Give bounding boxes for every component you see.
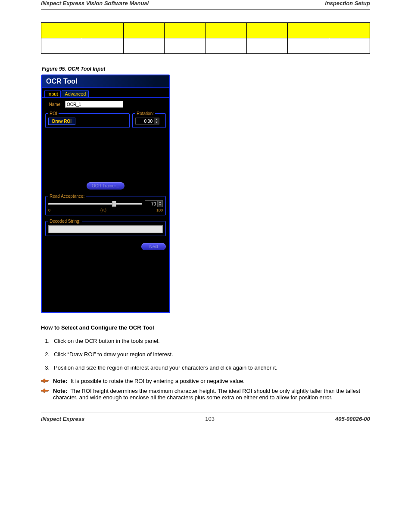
accept-down[interactable]: ▼ — [157, 204, 162, 207]
roi-group: ROI Draw ROI — [45, 111, 130, 128]
name-field[interactable] — [65, 101, 123, 108]
rotation-group: Rotation: ▲▼ — [132, 111, 166, 128]
accept-up[interactable]: ▲ — [157, 201, 162, 204]
ocr-tabs: Input Advanced — [42, 88, 169, 98]
decoded-string-field — [48, 225, 163, 233]
next-button[interactable]: Next — [141, 243, 166, 250]
tab-input[interactable]: Input — [44, 90, 61, 97]
decoded-string-legend: Decoded String: — [48, 219, 82, 224]
footer-page-number: 103 — [205, 416, 215, 422]
list-item: 3. Position and size the region of inter… — [41, 364, 370, 372]
ocr-panel-title: OCR Tool — [42, 75, 169, 88]
note-label: Note: — [53, 388, 67, 394]
read-acceptance-group: Read Acceptance: ▲▼ 0 (%) 100 — [45, 194, 166, 215]
list-item: 2. Click “Draw ROI” to draw your region … — [41, 351, 370, 358]
rotation-legend: Rotation: — [135, 111, 155, 116]
scale-unit: (%) — [100, 208, 106, 212]
note-row: Note: It is possible to rotate the ROI b… — [41, 378, 370, 384]
howto-steps: 1. Click on the OCR button in the tools … — [41, 338, 370, 372]
table-header-row — [41, 23, 370, 38]
list-item: 1. Click on the OCR button in the tools … — [41, 338, 370, 345]
draw-roi-button[interactable]: Draw ROI — [48, 118, 75, 125]
rotation-up[interactable]: ▲ — [154, 118, 159, 121]
table-row — [41, 38, 370, 54]
name-label: Name: — [45, 102, 62, 107]
scale-min: 0 — [48, 208, 50, 212]
footer-right: 405-00026-00 — [335, 416, 370, 422]
decoded-string-group: Decoded String: — [45, 219, 166, 236]
footer-left: iNspect Express — [41, 416, 84, 422]
note-text: It is possible to rotate the ROI by ente… — [71, 378, 245, 384]
scale-max: 100 — [156, 208, 163, 212]
rotation-value[interactable] — [136, 118, 154, 124]
ocr-tool-panel: OCR Tool Input Advanced Name: ROI Draw R… — [41, 75, 170, 313]
read-acceptance-value[interactable] — [145, 201, 157, 207]
pointing-hand-icon — [41, 378, 49, 384]
read-acceptance-slider[interactable] — [48, 201, 142, 207]
note-text: The ROI height determines the maximum ch… — [53, 388, 360, 401]
pointing-hand-icon — [41, 388, 49, 394]
tab-advanced[interactable]: Advanced — [62, 90, 89, 97]
note-label: Note: — [53, 378, 67, 384]
page-header: iNspect Express Vision Software Manual I… — [41, 0, 370, 9]
figure-caption: Figure 95. OCR Tool Input — [42, 66, 370, 72]
header-left: iNspect Express Vision Software Manual — [41, 0, 149, 6]
reference-table — [41, 22, 370, 54]
howto-heading: How to Select and Configure the OCR Tool — [41, 324, 370, 331]
read-acceptance-stepper[interactable]: ▲▼ — [145, 200, 163, 207]
roi-legend: ROI — [48, 111, 59, 116]
read-acceptance-legend: Read Acceptance: — [48, 194, 86, 199]
rotation-stepper[interactable]: ▲▼ — [135, 118, 159, 124]
page-footer: iNspect Express 103 405-00026-00 — [41, 413, 370, 422]
ocr-trainer-button[interactable]: OCR Trainer... — [87, 182, 125, 190]
rotation-down[interactable]: ▼ — [154, 121, 159, 124]
header-right: Inspection Setup — [325, 0, 370, 6]
note-row: Note: The ROI height determines the maxi… — [41, 388, 370, 401]
